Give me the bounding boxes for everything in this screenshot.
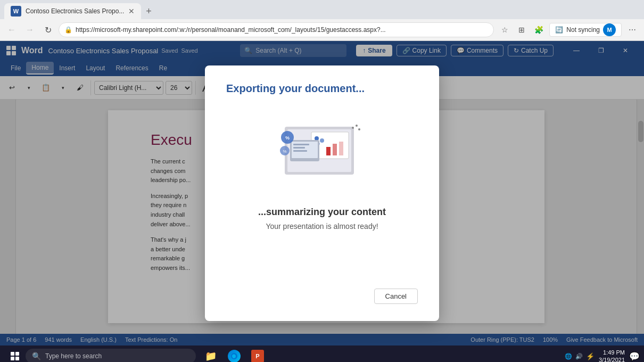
svg-point-20	[358, 128, 360, 130]
svg-rect-3	[326, 147, 331, 155]
clock-date: 3/19/2021	[599, 356, 625, 362]
favorites-icon[interactable]: ☆	[497, 22, 512, 37]
system-tray: 🌐 🔊 ⚡	[565, 352, 595, 360]
svg-rect-5	[339, 142, 343, 155]
network-icon[interactable]: 🌐	[565, 353, 572, 360]
export-illustration: % %	[269, 111, 375, 191]
notifications-icon[interactable]: 💬	[629, 351, 640, 361]
back-button[interactable]: ←	[4, 22, 19, 37]
tab-favicon: W	[11, 6, 21, 17]
nav-icons: ☆ ⊞ 🧩	[497, 22, 546, 37]
sync-button[interactable]: 🔄 Not syncing M	[549, 23, 622, 37]
tab-bar: W Contoso Electronics Sales Propo... ✕ +	[0, 0, 644, 19]
export-modal: Exporting your document...	[205, 65, 439, 321]
file-explorer-taskbar-icon[interactable]: 📁	[200, 345, 221, 362]
taskbar-pinned-icons: 📁 P	[200, 345, 268, 362]
svg-text:%: %	[285, 135, 290, 141]
taskbar: 🔍 Type here to search 📁 P 🌐 🔊 ⚡	[0, 345, 644, 362]
taskbar-search-icon: 🔍	[32, 352, 41, 360]
profile-avatar[interactable]: M	[603, 23, 616, 36]
svg-rect-4	[333, 144, 337, 155]
svg-rect-12	[293, 147, 305, 149]
svg-point-6	[315, 136, 319, 141]
tab-title: Contoso Electronics Sales Propo...	[26, 7, 124, 15]
folder-icon: 📁	[205, 350, 217, 362]
cancel-button[interactable]: Cancel	[374, 289, 418, 304]
collections-icon[interactable]: ⊞	[514, 22, 529, 37]
browser-chrome: W Contoso Electronics Sales Propo... ✕ +…	[0, 0, 644, 41]
time-display[interactable]: 1:49 PM 3/19/2021	[599, 349, 625, 362]
modal-footer: Cancel	[226, 289, 418, 304]
forward-button[interactable]: →	[22, 22, 37, 37]
svg-point-7	[320, 138, 324, 143]
volume-icon[interactable]: 🔊	[575, 353, 583, 360]
sync-label: Not syncing	[566, 26, 600, 34]
address-text: https://microsoft-my.sharepoint.com/:w:/…	[76, 26, 488, 34]
refresh-button[interactable]: ↻	[40, 22, 55, 37]
modal-subtitle: ...summarizing your content	[226, 207, 418, 218]
sync-icon: 🔄	[555, 26, 563, 34]
edge-icon	[228, 350, 241, 362]
modal-overlay: Exporting your document...	[0, 41, 644, 345]
svg-point-18	[352, 127, 354, 129]
nav-bar: ← → ↻ 🔒 https://microsoft-my.sharepoint.…	[0, 19, 644, 40]
tab-close-btn[interactable]: ✕	[128, 7, 135, 15]
start-button[interactable]	[4, 345, 26, 362]
extensions-icon[interactable]: 🧩	[531, 22, 546, 37]
full-page: W Contoso Electronics Sales Propo... ✕ +…	[0, 0, 644, 362]
battery-icon[interactable]: ⚡	[586, 352, 595, 360]
taskbar-right: 🌐 🔊 ⚡ 1:49 PM 3/19/2021 💬	[565, 349, 640, 362]
taskbar-search[interactable]: 🔍 Type here to search	[26, 349, 196, 362]
svg-point-19	[356, 125, 358, 127]
svg-rect-13	[293, 150, 307, 152]
modal-description: Your presentation is almost ready!	[226, 222, 418, 231]
word-app: Word Contoso Electronics Sales Proposal …	[0, 41, 644, 345]
new-tab-button[interactable]: +	[141, 4, 156, 19]
active-tab[interactable]: W Contoso Electronics Sales Propo... ✕	[4, 3, 141, 19]
taskbar-search-placeholder: Type here to search	[45, 352, 102, 360]
svg-rect-11	[293, 144, 309, 145]
edge-taskbar-icon[interactable]	[224, 345, 245, 362]
address-bar[interactable]: 🔒 https://microsoft-my.sharepoint.com/:w…	[59, 22, 494, 37]
clock-time: 1:49 PM	[599, 349, 625, 356]
svg-text:%: %	[283, 149, 286, 154]
powerpoint-taskbar-icon[interactable]: P	[247, 345, 268, 362]
ppt-icon: P	[251, 350, 264, 362]
more-options-icon[interactable]: ⋯	[625, 22, 640, 37]
modal-title: Exporting your document...	[226, 83, 365, 95]
modal-illustration: % %	[226, 111, 418, 191]
